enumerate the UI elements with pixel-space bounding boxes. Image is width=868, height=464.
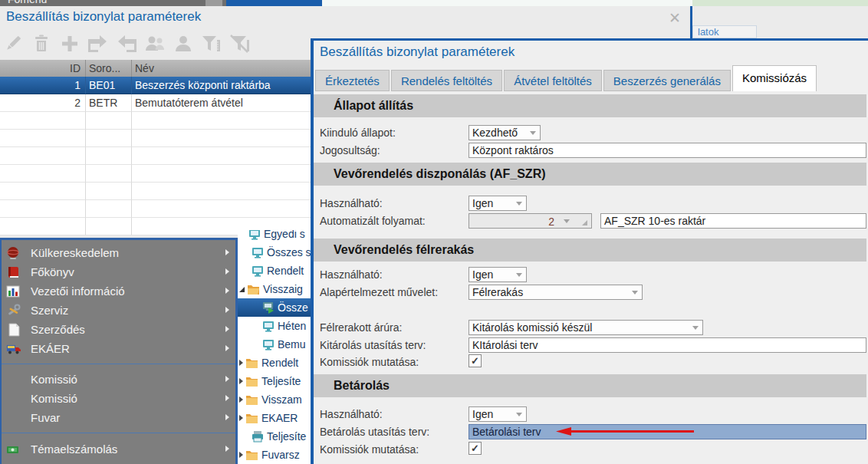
- topbar-accent: [226, 0, 322, 6]
- table-row[interactable]: 1 BE01 Beszerzés központi raktárba: [0, 77, 313, 94]
- table-empty-row: [0, 130, 313, 147]
- document-icon: [6, 323, 21, 337]
- add-icon[interactable]: [58, 33, 81, 54]
- screen: Főmenü Beszállítás bizonylat paraméterek…: [0, 0, 868, 464]
- chevron-right-icon[interactable]: [239, 397, 243, 403]
- hasznalhato-dropdown[interactable]: Igen: [469, 406, 527, 422]
- printer-icon: [252, 430, 264, 443]
- dropdown-arrow-icon: [530, 131, 536, 135]
- column-header-name[interactable]: Név: [132, 60, 313, 77]
- folder-icon: [245, 449, 258, 461]
- menu-item-kulkereskedelem[interactable]: Külkereskedelem: [2, 243, 235, 262]
- chevron-right-icon[interactable]: [239, 378, 243, 384]
- komissiok-mutatasa-checkbox[interactable]: ✓: [469, 354, 482, 367]
- kiindulo-allapot-dropdown[interactable]: Kezdhető: [469, 125, 541, 140]
- hasznalhato-dropdown[interactable]: Igen: [469, 196, 527, 211]
- tab-komissiozas[interactable]: Komissiózás: [732, 65, 817, 91]
- menu-item-temaelszamolas[interactable]: Témaelszámolás: [2, 439, 235, 459]
- close-icon[interactable]: ✕: [669, 11, 681, 25]
- menu-item-label: Főkönyv: [31, 265, 74, 278]
- menu-item-komissio-1[interactable]: Komissió: [2, 370, 235, 389]
- cell-code: BE01: [86, 77, 132, 94]
- tree-item[interactable]: Egyedi s: [238, 230, 311, 243]
- tree-item[interactable]: Rendelt: [238, 262, 311, 280]
- hasznalhato-dropdown[interactable]: Igen: [469, 267, 527, 282]
- chevron-expanded-icon[interactable]: [239, 287, 245, 292]
- monitor-icon: [248, 230, 261, 240]
- menu-item-ekaer[interactable]: EKÁER: [2, 339, 235, 358]
- tree-item[interactable]: Visszaig: [238, 280, 311, 298]
- submenu-arrow-icon: [225, 268, 229, 275]
- tree-item[interactable]: Rendelt: [238, 354, 311, 372]
- submenu-arrow-icon: [225, 307, 229, 313]
- tree-item[interactable]: Összes s: [238, 243, 311, 262]
- dropdown-arrow-icon: [516, 202, 522, 206]
- automatizalt-folyamat-spinner[interactable]: 2: [469, 213, 592, 229]
- tab-bar: Érkeztetés Rendelés feltöltés Átvétel fe…: [315, 65, 817, 91]
- tree-item[interactable]: Fuvarsz: [238, 446, 311, 464]
- background-tab-fragment[interactable]: latok: [692, 25, 757, 38]
- tree-item[interactable]: Teljesíte: [238, 372, 311, 390]
- table-header: ID Soro... Név: [0, 60, 313, 77]
- chevron-right-icon[interactable]: [239, 415, 243, 421]
- section-header-diszponalas: Vevőrendelés diszponálás (AF_SZR): [314, 163, 866, 186]
- menu-item-szerviz[interactable]: Szerviz: [2, 301, 235, 320]
- felrerakott-arura-dropdown[interactable]: Kitárolás komissió készül: [469, 320, 703, 335]
- tab-rendeles-feltoltes[interactable]: Rendelés feltöltés: [391, 70, 502, 91]
- users-icon[interactable]: [143, 33, 166, 54]
- form-row: Használható: Igen: [314, 196, 866, 212]
- menu-item-szerzodes[interactable]: Szerződés: [2, 320, 235, 339]
- dropdown-arrow-icon: [564, 219, 570, 223]
- filter-clear-icon[interactable]: [229, 33, 252, 54]
- kitarolas-utasitas-terv-field[interactable]: KItárolási terv: [469, 337, 866, 353]
- params-table: ID Soro... Név 1 BE01 Beszerzés központi…: [0, 60, 313, 235]
- tree-item-label: EKAER: [261, 412, 298, 424]
- alapertelmezett-muvelet-dropdown[interactable]: Félrerakás: [469, 285, 643, 300]
- dropdown-arrow-icon: [516, 413, 522, 416]
- main-menu-titlebar: Főmenü: [0, 0, 226, 6]
- chevron-right-icon[interactable]: [239, 360, 243, 366]
- tree-item[interactable]: Teljesíte: [238, 427, 311, 446]
- tab-beszerzes-generalas[interactable]: Beszerzés generálás: [603, 70, 731, 91]
- form-row: Félrerakott árúra: Kitárolás komissió ké…: [314, 320, 866, 336]
- filter-icon[interactable]: [200, 33, 223, 54]
- table-row[interactable]: 2 BETR Bemutatóterem átvétel: [0, 94, 313, 112]
- menu-separator: [2, 364, 235, 364]
- main-menu-titlebar-label: Főmenü: [8, 0, 47, 5]
- pin-button[interactable]: [205, 0, 222, 6]
- folder-open-icon: [247, 284, 260, 295]
- menu-item-label: EKÁER: [31, 342, 70, 355]
- dropdown-arrow-icon: [516, 273, 522, 277]
- chevron-right-icon[interactable]: [239, 452, 243, 458]
- field-label: Kiinduló állapot:: [320, 125, 396, 140]
- field-label: Alapértelmezett művelet:: [320, 285, 438, 300]
- menu-item-fuvar[interactable]: Fuvar: [2, 408, 235, 427]
- resize-grip-icon[interactable]: [582, 220, 587, 225]
- menu-item-vezetoi-informacio[interactable]: Vezetői információ: [2, 281, 235, 301]
- komissiok-mutatasa-checkbox[interactable]: ✓: [469, 442, 482, 455]
- column-header-code[interactable]: Soro...: [86, 60, 132, 77]
- user-icon[interactable]: [172, 33, 195, 54]
- tree-item[interactable]: Héten: [238, 317, 311, 335]
- menu-item-label: Komissió: [31, 392, 77, 405]
- jogosultsag-field[interactable]: Központ raktáros: [469, 143, 866, 158]
- tree-item[interactable]: EKAER: [238, 409, 311, 427]
- transfer-out-icon[interactable]: [87, 33, 110, 54]
- menu-item-komissio-2[interactable]: Komissió: [2, 389, 235, 408]
- field-label: Komissiók mutatása:: [320, 354, 419, 370]
- column-header-id[interactable]: ID: [0, 60, 86, 77]
- tab-atvetel-feltoltes[interactable]: Átvétel feltöltés: [504, 70, 602, 91]
- tree-item[interactable]: Bemu: [238, 335, 311, 354]
- tree-item[interactable]: Visszam: [238, 390, 311, 409]
- transfer-in-icon[interactable]: [115, 33, 138, 54]
- section-header-allapot: Állapot állítás: [314, 94, 866, 117]
- field-label: Kitárolás utasítás terv:: [320, 337, 426, 353]
- params-dialog: Beszállítás bizonylat paraméterek Érkezt…: [311, 38, 868, 464]
- menu-item-fokonyv[interactable]: Főkönyv: [2, 262, 235, 281]
- edit-icon[interactable]: [2, 33, 25, 54]
- tab-erkeztetes[interactable]: Érkeztetés: [315, 70, 390, 91]
- delete-icon[interactable]: [30, 33, 53, 54]
- automatizalt-folyamat-name-field[interactable]: AF_SZR 10-es raktár: [600, 213, 866, 229]
- tree-item-selected[interactable]: Össze: [238, 298, 311, 317]
- form-row: Kiinduló állapot: Kezdhető: [314, 125, 866, 141]
